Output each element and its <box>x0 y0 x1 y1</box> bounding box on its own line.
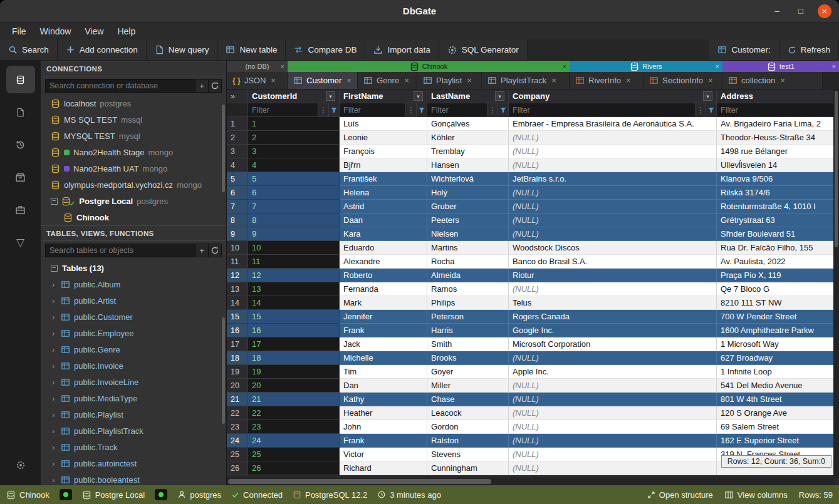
grid-cell[interactable]: Cunningham <box>427 461 509 475</box>
close-button[interactable]: × <box>818 4 831 18</box>
sql-generator-button[interactable]: SQL Generator <box>439 39 528 60</box>
grid-cell[interactable]: Gordon <box>427 420 509 434</box>
grid-cell[interactable]: Google Inc. <box>509 324 717 337</box>
grid-cell[interactable]: Leonie <box>340 131 427 145</box>
grid-cell[interactable]: 4 <box>248 158 340 172</box>
grid-cell[interactable]: Peeters <box>427 213 509 227</box>
tables-scrollbar[interactable] <box>222 317 225 424</box>
grid-cell[interactable]: Gruber <box>427 200 509 213</box>
activity-briefcase[interactable] <box>6 196 35 224</box>
row-number[interactable]: 17 <box>227 337 248 351</box>
row-number[interactable]: 7 <box>227 200 248 213</box>
row-number[interactable]: 11 <box>227 255 248 269</box>
activity-history[interactable] <box>6 131 35 158</box>
activity-database[interactable] <box>6 66 35 93</box>
add-table-mini-button[interactable]: + <box>195 244 209 257</box>
db-group-rivers[interactable]: Rivers× <box>570 61 722 72</box>
table-item[interactable]: ›public.Album <box>41 276 226 292</box>
grid-cell[interactable]: Nielsen <box>427 227 509 241</box>
chevron-right-icon[interactable]: › <box>52 296 57 306</box>
compare-db-button[interactable]: Compare DB <box>286 39 365 60</box>
grid-cell[interactable]: Tremblay <box>427 145 509 158</box>
grid-cell[interactable]: Leacock <box>427 406 509 420</box>
horizontal-scrollbar[interactable] <box>227 478 833 485</box>
row-number[interactable]: 10 <box>227 241 248 255</box>
tab-customer[interactable]: Customer× <box>288 72 358 89</box>
filter-input[interactable] <box>717 103 839 116</box>
status-rows--59[interactable]: Rows: 59 <box>799 490 833 500</box>
close-icon[interactable]: × <box>271 76 276 85</box>
filter-funnel-icon[interactable] <box>328 103 339 116</box>
chevron-right-icon[interactable]: › <box>52 312 57 322</box>
grid-cell[interactable]: 3 <box>248 145 340 158</box>
tab-riverinfo[interactable]: RiverInfo× <box>570 72 644 89</box>
search-button[interactable]: Search <box>0 39 58 60</box>
column-header-customerid[interactable]: CustomerId▾ <box>248 90 340 103</box>
close-icon[interactable]: × <box>281 63 284 70</box>
activity-file[interactable] <box>6 98 35 126</box>
grid-cell[interactable]: Jack <box>340 337 427 351</box>
status-postgresql-12-2[interactable]: PostgreSQL 12.2 <box>293 490 367 500</box>
close-icon[interactable]: × <box>708 76 713 85</box>
status-3-minutes-ago[interactable]: 3 minutes ago <box>377 490 441 500</box>
status-open-structure[interactable]: Open structure <box>647 490 713 500</box>
grid-cell[interactable]: (NULL) <box>509 393 717 406</box>
grid-cell[interactable]: Banco do Brasil S.A. <box>509 255 717 269</box>
grid-cell[interactable]: Mark <box>340 296 427 310</box>
connections-scrollbar[interactable] <box>222 105 225 192</box>
chevron-down-icon[interactable]: ▾ <box>703 91 712 101</box>
row-number[interactable]: 2 <box>227 131 248 145</box>
table-item[interactable]: ›public.booleantest <box>41 471 226 485</box>
grid-cell[interactable]: 26 <box>248 461 340 475</box>
grid-cell[interactable]: Riotur <box>509 269 717 282</box>
grid-cell[interactable]: 24 <box>248 434 340 448</box>
grid-cell[interactable]: Rocha <box>427 255 509 269</box>
row-number[interactable]: 3 <box>227 145 248 158</box>
grid-cell[interactable]: Grétrystraat 63 <box>717 213 839 227</box>
grid-cell[interactable]: 8210 111 ST NW <box>717 296 839 310</box>
grid-cell[interactable]: Dan <box>340 379 427 393</box>
grid-cell[interactable]: (NULL) <box>509 227 717 241</box>
status-view-columns[interactable]: View columns <box>724 490 788 500</box>
kebab-icon[interactable]: ⋮ <box>318 103 328 116</box>
grid-cell[interactable]: Kathy <box>340 393 427 406</box>
grid-cell[interactable]: Hansen <box>427 158 509 172</box>
row-number[interactable]: 23 <box>227 420 248 434</box>
grid-cell[interactable]: Qe 7 Bloco G <box>717 282 839 296</box>
row-number[interactable]: 6 <box>227 186 248 200</box>
status-postgres[interactable]: postgres <box>177 490 221 500</box>
connection-item[interactable]: MS SQL TESTmssql <box>41 111 226 128</box>
grid-cell[interactable]: Richard <box>340 461 427 475</box>
chevron-down-icon[interactable]: ▾ <box>326 91 335 101</box>
column-header-company[interactable]: Company▾ <box>509 90 717 103</box>
menu-view[interactable]: View <box>78 24 110 38</box>
table-item[interactable]: ›public.PlaylistTrack <box>41 423 226 439</box>
collapse-icon[interactable]: − <box>51 265 58 272</box>
grid-cell[interactable]: 120 S Orange Ave <box>717 406 839 420</box>
tab-playlist[interactable]: Playlist× <box>417 72 482 89</box>
grid-cell[interactable]: 1600 Amphitheatre Parkw <box>717 324 839 337</box>
import-data-button[interactable]: Import data <box>365 39 439 60</box>
row-number[interactable]: 15 <box>227 310 248 324</box>
grid-cell[interactable]: (NULL) <box>509 461 717 475</box>
grid-cell[interactable]: Heather <box>340 406 427 420</box>
grid-cell[interactable]: 25 <box>248 448 340 461</box>
tables-search-input[interactable] <box>45 244 195 257</box>
grid-cell[interactable]: JetBrains s.r.o. <box>509 172 717 186</box>
chevron-down-icon[interactable]: ▾ <box>495 91 504 101</box>
table-item[interactable]: ›public.autoinctest <box>41 455 226 471</box>
grid-cell[interactable]: Roberto <box>340 269 427 282</box>
grid-cell[interactable]: 627 Broadway <box>717 351 839 365</box>
grid-cell[interactable]: 2 <box>248 131 340 145</box>
activity-filter[interactable]: ▽ <box>6 229 35 256</box>
chevron-right-icon[interactable]: › <box>52 459 57 468</box>
grid-cell[interactable]: Kara <box>340 227 427 241</box>
grid-cell[interactable]: Frank <box>340 324 427 337</box>
grid-cell[interactable]: Alexandre <box>340 255 427 269</box>
row-number[interactable]: 12 <box>227 269 248 282</box>
tab-playlisttrack[interactable]: PlaylistTrack× <box>482 72 570 89</box>
grid-cell[interactable]: (NULL) <box>509 145 717 158</box>
column-header-firstname[interactable]: FirstName▾ <box>340 90 427 103</box>
grid-cell[interactable]: 16 <box>248 324 340 337</box>
grid-cell[interactable]: Philips <box>427 296 509 310</box>
